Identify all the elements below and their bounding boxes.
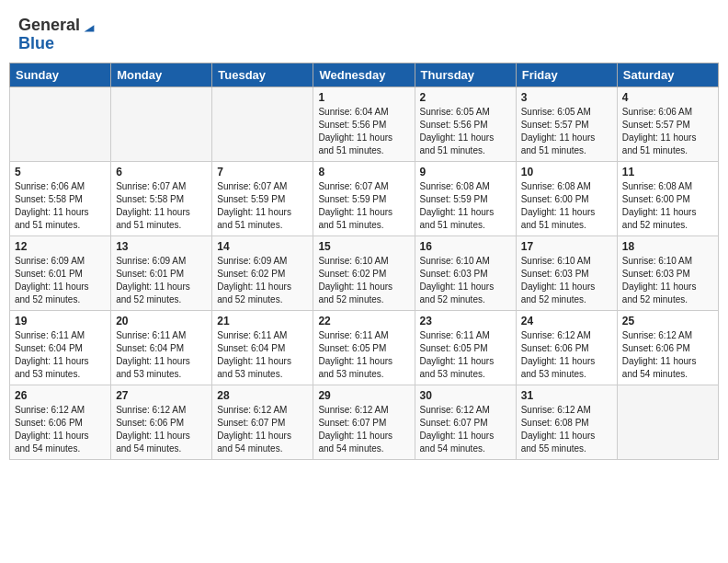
day-number: 18 (622, 240, 713, 253)
cell-content: Sunrise: 6:10 AMSunset: 6:02 PMDaylight:… (318, 255, 409, 306)
day-number: 16 (420, 240, 511, 253)
logo-triangle-icon (81, 18, 97, 35)
cell-content: Sunrise: 6:12 AMSunset: 6:07 PMDaylight:… (217, 404, 308, 455)
cell-content: Sunrise: 6:07 AMSunset: 5:59 PMDaylight:… (318, 180, 409, 232)
day-number: 13 (116, 240, 207, 253)
day-number: 19 (15, 315, 106, 327)
day-number: 25 (622, 315, 713, 327)
day-number: 5 (15, 166, 106, 178)
day-number: 6 (116, 166, 207, 178)
calendar-cell: 13Sunrise: 6:09 AMSunset: 6:01 PMDayligh… (111, 236, 212, 310)
calendar-cell: 30Sunrise: 6:12 AMSunset: 6:07 PMDayligh… (415, 385, 516, 459)
calendar-cell: 22Sunrise: 6:11 AMSunset: 6:05 PMDayligh… (313, 310, 415, 385)
cell-content: Sunrise: 6:12 AMSunset: 6:07 PMDaylight:… (420, 404, 511, 455)
day-number: 4 (622, 91, 713, 104)
cell-content: Sunrise: 6:05 AMSunset: 5:57 PMDaylight:… (521, 106, 612, 157)
calendar-cell (10, 86, 111, 161)
day-number: 14 (217, 240, 308, 253)
weekday-header: SundayMondayTuesdayWednesdayThursdayFrid… (10, 63, 719, 86)
calendar-cell: 4Sunrise: 6:06 AMSunset: 5:57 PMDaylight… (617, 86, 718, 161)
day-number: 22 (318, 315, 409, 327)
cell-content: Sunrise: 6:10 AMSunset: 6:03 PMDaylight:… (521, 255, 612, 306)
calendar-cell: 15Sunrise: 6:10 AMSunset: 6:02 PMDayligh… (313, 236, 415, 310)
calendar-cell (212, 86, 313, 161)
cell-content: Sunrise: 6:09 AMSunset: 6:02 PMDaylight:… (217, 255, 308, 306)
cell-content: Sunrise: 6:09 AMSunset: 6:01 PMDaylight:… (15, 255, 106, 306)
calendar-cell: 29Sunrise: 6:12 AMSunset: 6:07 PMDayligh… (313, 385, 415, 459)
logo: General Blue (18, 17, 98, 53)
calendar-cell: 19Sunrise: 6:11 AMSunset: 6:04 PMDayligh… (10, 310, 111, 385)
calendar-cell: 31Sunrise: 6:12 AMSunset: 6:08 PMDayligh… (516, 385, 617, 459)
calendar-week-row: 19Sunrise: 6:11 AMSunset: 6:04 PMDayligh… (10, 310, 719, 385)
calendar-cell: 23Sunrise: 6:11 AMSunset: 6:05 PMDayligh… (415, 310, 516, 385)
calendar-cell: 18Sunrise: 6:10 AMSunset: 6:03 PMDayligh… (617, 236, 718, 310)
day-number: 7 (217, 166, 308, 178)
calendar-cell: 24Sunrise: 6:12 AMSunset: 6:06 PMDayligh… (516, 310, 617, 385)
cell-content: Sunrise: 6:12 AMSunset: 6:07 PMDaylight:… (318, 404, 409, 455)
day-number: 9 (420, 166, 511, 178)
day-number: 21 (217, 315, 308, 327)
calendar-week-row: 1Sunrise: 6:04 AMSunset: 5:56 PMDaylight… (10, 86, 719, 161)
cell-content: Sunrise: 6:11 AMSunset: 6:05 PMDaylight:… (420, 329, 511, 381)
cell-content: Sunrise: 6:11 AMSunset: 6:04 PMDaylight:… (15, 329, 106, 381)
day-number: 27 (116, 389, 207, 402)
calendar-cell: 9Sunrise: 6:08 AMSunset: 5:59 PMDaylight… (415, 161, 516, 236)
logo-general-text: General (18, 16, 80, 34)
calendar-cell: 14Sunrise: 6:09 AMSunset: 6:02 PMDayligh… (212, 236, 313, 310)
calendar-cell: 21Sunrise: 6:11 AMSunset: 6:04 PMDayligh… (212, 310, 313, 385)
logo-blue-text: Blue (18, 34, 54, 52)
weekday-header-cell: Thursday (415, 63, 516, 86)
calendar-cell: 3Sunrise: 6:05 AMSunset: 5:57 PMDaylight… (516, 86, 617, 161)
weekday-header-cell: Tuesday (212, 63, 313, 86)
calendar-cell: 26Sunrise: 6:12 AMSunset: 6:06 PMDayligh… (10, 385, 111, 459)
weekday-header-cell: Saturday (617, 63, 718, 86)
calendar-cell: 7Sunrise: 6:07 AMSunset: 5:59 PMDaylight… (212, 161, 313, 236)
cell-content: Sunrise: 6:09 AMSunset: 6:01 PMDaylight:… (116, 255, 207, 306)
calendar-cell (617, 385, 718, 459)
cell-content: Sunrise: 6:12 AMSunset: 6:06 PMDaylight:… (622, 329, 713, 381)
day-number: 29 (318, 389, 409, 402)
calendar-cell: 17Sunrise: 6:10 AMSunset: 6:03 PMDayligh… (516, 236, 617, 310)
calendar-body: 1Sunrise: 6:04 AMSunset: 5:56 PMDaylight… (10, 86, 719, 459)
day-number: 2 (420, 91, 511, 104)
day-number: 11 (622, 166, 713, 178)
calendar-cell (111, 86, 212, 161)
calendar-week-row: 26Sunrise: 6:12 AMSunset: 6:06 PMDayligh… (10, 385, 719, 459)
day-number: 23 (420, 315, 511, 327)
cell-content: Sunrise: 6:10 AMSunset: 6:03 PMDaylight:… (420, 255, 511, 306)
calendar-cell: 2Sunrise: 6:05 AMSunset: 5:56 PMDaylight… (415, 86, 516, 161)
day-number: 15 (318, 240, 409, 253)
day-number: 8 (318, 166, 409, 178)
cell-content: Sunrise: 6:12 AMSunset: 6:06 PMDaylight:… (116, 404, 207, 455)
weekday-header-cell: Friday (516, 63, 617, 86)
cell-content: Sunrise: 6:07 AMSunset: 5:59 PMDaylight:… (217, 180, 308, 232)
cell-content: Sunrise: 6:06 AMSunset: 5:58 PMDaylight:… (15, 180, 106, 232)
day-number: 20 (116, 315, 207, 327)
calendar-cell: 6Sunrise: 6:07 AMSunset: 5:58 PMDaylight… (111, 161, 212, 236)
cell-content: Sunrise: 6:08 AMSunset: 6:00 PMDaylight:… (521, 180, 612, 232)
cell-content: Sunrise: 6:10 AMSunset: 6:03 PMDaylight:… (622, 255, 713, 306)
weekday-header-cell: Monday (111, 63, 212, 86)
calendar-cell: 12Sunrise: 6:09 AMSunset: 6:01 PMDayligh… (10, 236, 111, 310)
calendar-week-row: 5Sunrise: 6:06 AMSunset: 5:58 PMDaylight… (10, 161, 719, 236)
cell-content: Sunrise: 6:11 AMSunset: 6:04 PMDaylight:… (217, 329, 308, 381)
cell-content: Sunrise: 6:11 AMSunset: 6:05 PMDaylight:… (318, 329, 409, 381)
svg-marker-0 (85, 25, 95, 31)
day-number: 1 (318, 91, 409, 104)
day-number: 26 (15, 389, 106, 402)
day-number: 30 (420, 389, 511, 402)
calendar-cell: 1Sunrise: 6:04 AMSunset: 5:56 PMDaylight… (313, 86, 415, 161)
calendar-cell: 5Sunrise: 6:06 AMSunset: 5:58 PMDaylight… (10, 161, 111, 236)
calendar-cell: 16Sunrise: 6:10 AMSunset: 6:03 PMDayligh… (415, 236, 516, 310)
cell-content: Sunrise: 6:12 AMSunset: 6:06 PMDaylight:… (521, 329, 612, 381)
calendar-cell: 20Sunrise: 6:11 AMSunset: 6:04 PMDayligh… (111, 310, 212, 385)
cell-content: Sunrise: 6:06 AMSunset: 5:57 PMDaylight:… (622, 106, 713, 157)
cell-content: Sunrise: 6:12 AMSunset: 6:08 PMDaylight:… (521, 404, 612, 455)
calendar-cell: 25Sunrise: 6:12 AMSunset: 6:06 PMDayligh… (617, 310, 718, 385)
day-number: 3 (521, 91, 612, 104)
calendar-cell: 28Sunrise: 6:12 AMSunset: 6:07 PMDayligh… (212, 385, 313, 459)
day-number: 24 (521, 315, 612, 327)
cell-content: Sunrise: 6:05 AMSunset: 5:56 PMDaylight:… (420, 106, 511, 157)
cell-content: Sunrise: 6:11 AMSunset: 6:04 PMDaylight:… (116, 329, 207, 381)
calendar-table: SundayMondayTuesdayWednesdayThursdayFrid… (9, 63, 719, 460)
